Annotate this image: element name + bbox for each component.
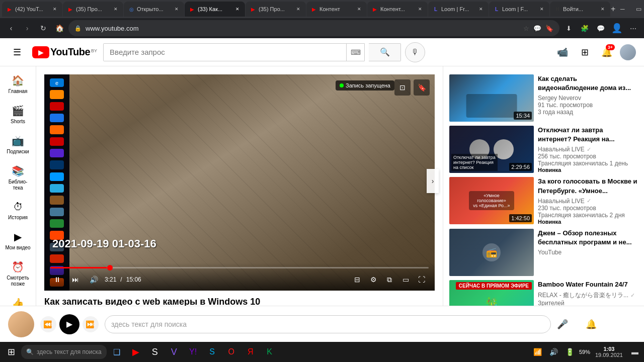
tab-4[interactable]: ▶ (33) Как... ✕	[185, 2, 245, 17]
extensions-button[interactable]: 🧩	[578, 21, 592, 35]
profile-button[interactable]: 👤	[610, 21, 624, 35]
miniplayer-mode-button[interactable]: ⧉	[382, 273, 396, 287]
yt-search-input[interactable]	[104, 44, 346, 61]
video-steam-icon	[50, 160, 64, 169]
maximize-button[interactable]: ▭	[631, 2, 644, 16]
taskbar-yahoo[interactable]: Y!	[184, 343, 202, 361]
back-button[interactable]: ‹	[4, 21, 18, 35]
tab-close-3[interactable]: ✕	[173, 6, 180, 13]
tab-close-7[interactable]: ✕	[417, 6, 424, 13]
recommendation-item-3[interactable]: «Умноеголосование»vs «Единая Ро...» 1:42…	[449, 177, 638, 224]
bookmark-icon[interactable]: 🔖	[545, 25, 553, 32]
sidebar-item-my-videos[interactable]: ▶ Мои видео	[2, 227, 34, 255]
tab-7[interactable]: ▶ Контент... ✕	[367, 2, 428, 17]
taskbar-network-icon[interactable]: 📶	[531, 345, 545, 359]
mini-play-button[interactable]: ▶	[59, 314, 79, 334]
sidebar-item-subscriptions[interactable]: 📺 Подписки	[2, 131, 34, 159]
download-button[interactable]: ⬇	[561, 21, 576, 35]
refresh-button[interactable]: ↻	[36, 21, 50, 35]
taskbar-youtube[interactable]: ▶	[127, 343, 145, 361]
sidebar-item-library[interactable]: 📚 Библио-тека	[2, 161, 34, 195]
tab-close-1[interactable]: ✕	[51, 6, 58, 13]
mini-notification-icon[interactable]: 🔔	[586, 319, 597, 330]
tab-8[interactable]: L Loom | Fr... ✕	[428, 2, 489, 17]
windows-start-button[interactable]: ⊞	[2, 343, 20, 361]
mini-expand-icon[interactable]: ⤢	[614, 319, 622, 330]
yt-user-avatar[interactable]	[620, 44, 636, 60]
mini-skip-forward-button[interactable]: ⏩ 30	[83, 316, 99, 332]
fullscreen-button[interactable]: ⛶	[415, 273, 429, 287]
mini-search-bar[interactable]: здесь текст для поиска	[105, 315, 551, 333]
sidebar-item-shorts[interactable]: 🎬 Shorts	[2, 101, 34, 129]
yt-menu-button[interactable]: ☰	[8, 43, 26, 61]
taskbar-task-view[interactable]: ❑	[108, 343, 126, 361]
video-player[interactable]: e	[44, 74, 435, 291]
tab-2[interactable]: ▶ (35) Про... ✕	[63, 2, 123, 17]
mini-skip-back-button[interactable]: ⏪ 10	[40, 316, 56, 332]
tab-5[interactable]: ▶ (35) Про... ✕	[246, 2, 306, 17]
taskbar-skype2[interactable]: S	[203, 343, 221, 361]
taskbar-clock[interactable]: 1:03 19.09.2021	[592, 346, 626, 358]
yt-notifications-button[interactable]: 🔔 3+	[598, 43, 616, 61]
keyboard-icon[interactable]: ⌨	[346, 43, 364, 61]
tab-label-2: (35) Про...	[76, 6, 102, 12]
miniplayer-button[interactable]: ⊡	[394, 79, 411, 96]
taskbar-skype[interactable]: S	[146, 343, 164, 361]
feedback-button[interactable]: 💬	[594, 21, 608, 35]
tab-label-8: Loom | Fr...	[441, 6, 469, 12]
volume-button[interactable]: 🔊	[87, 273, 101, 287]
play-button[interactable]: ⏸	[50, 273, 64, 287]
yt-search-button[interactable]: 🔍	[369, 43, 401, 61]
tab-3[interactable]: ◎ Открыто... ✕	[124, 2, 184, 17]
recommendation-item-4[interactable]: 📻 Джем – Обзор полезных бесплатных прогр…	[449, 229, 638, 276]
tab-close-5[interactable]: ✕	[295, 6, 302, 13]
settings-button[interactable]: ⚙	[366, 273, 380, 287]
tab-close-10[interactable]: ✕	[599, 6, 606, 13]
recommendation-item-2[interactable]: Отключат ли завтраинтернет? Реакцияна сп…	[449, 126, 638, 173]
tab-6[interactable]: ▶ Контент ✕	[306, 2, 367, 17]
tab-9[interactable]: L Loom | F... ✕	[489, 2, 549, 17]
tab-1[interactable]: ▶ (42) YouT... ✕	[2, 2, 62, 17]
forward-button[interactable]: ›	[20, 21, 34, 35]
save-clip-button[interactable]: 🔖	[414, 79, 430, 96]
address-bar[interactable]: 🔒 www.youtube.com ☆ 💬 🔖	[68, 20, 559, 36]
recommendation-item-1[interactable]: 15:34 Как сделать видеонаблюдение дома и…	[449, 74, 638, 122]
taskbar-kaspersky[interactable]: K	[261, 343, 279, 361]
subtitles-button[interactable]: ⊟	[350, 273, 364, 287]
sidebar-item-watch-later[interactable]: ⏰ Смотреть позже	[2, 257, 34, 291]
mini-apps-icon[interactable]: ⊞	[573, 319, 581, 330]
rec-title-4: Джем – Обзор полезных бесплатных програм…	[538, 229, 638, 247]
rec-scroll-arrow[interactable]: ›	[427, 169, 439, 193]
feedback-icon[interactable]: 💬	[533, 25, 541, 32]
tab-close-2[interactable]: ✕	[112, 6, 119, 13]
minimize-button[interactable]: ─	[615, 2, 629, 16]
new-tab-button[interactable]: +	[611, 2, 615, 16]
yt-logo[interactable]: ▶ YouTube BY	[32, 46, 97, 58]
browser-menu-button[interactable]: ⋯	[626, 21, 640, 35]
taskbar-opera[interactable]: O	[222, 343, 240, 361]
tab-close-4[interactable]: ✕	[234, 6, 241, 13]
sidebar-item-history[interactable]: ⏱ История	[2, 197, 34, 225]
mini-more-icon[interactable]: ⋯	[627, 319, 636, 330]
taskbar-yandex[interactable]: Я	[242, 343, 260, 361]
taskbar-show-desktop[interactable]: ▬	[628, 345, 642, 359]
sidebar-item-home[interactable]: 🏠 Главная	[2, 70, 34, 99]
mini-mic-icon[interactable]: 🎤	[557, 319, 568, 330]
tab-10[interactable]: H Войти... ✕	[550, 2, 610, 17]
taskbar-viber[interactable]: V	[165, 343, 183, 361]
tab-close-6[interactable]: ✕	[356, 6, 363, 13]
tab-close-9[interactable]: ✕	[538, 6, 545, 13]
windows-search-bar[interactable]: 🔍 здесь текст для поиска	[21, 345, 107, 359]
taskbar-battery-icon[interactable]: 🔋	[563, 345, 577, 359]
theater-mode-button[interactable]: ▭	[398, 273, 413, 287]
next-button[interactable]: ⏭	[68, 273, 83, 287]
video-progress-bar[interactable]	[50, 267, 429, 268]
home-button[interactable]: 🏠	[52, 21, 66, 35]
mini-pendit-icon[interactable]: ✏	[602, 319, 609, 330]
star-icon[interactable]: ☆	[523, 25, 529, 32]
yt-upload-button[interactable]: 📹	[553, 43, 572, 61]
yt-mic-button[interactable]: 🎙	[405, 42, 425, 62]
taskbar-volume-icon[interactable]: 🔊	[547, 345, 561, 359]
tab-close-8[interactable]: ✕	[477, 6, 485, 13]
yt-apps-button[interactable]: ⊞	[576, 43, 594, 61]
